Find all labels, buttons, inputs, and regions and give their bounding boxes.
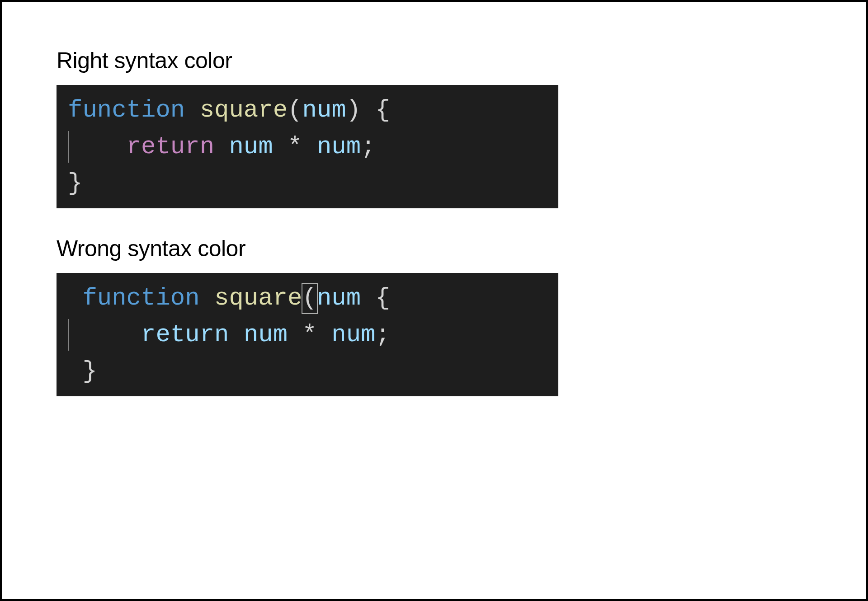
indent-guide-icon [68, 131, 69, 163]
code-line-3: } [68, 353, 547, 390]
wrong-code-block: function square(num { return num * num; … [57, 273, 558, 396]
parameter: num [302, 96, 346, 124]
keyword-function: function [68, 96, 185, 124]
right-section-title: Right syntax color [57, 47, 811, 74]
leading-space [68, 321, 82, 348]
right-brace: } [82, 357, 97, 385]
operator-multiply: * [302, 321, 317, 348]
wrong-syntax-section: Wrong syntax color function square(num {… [57, 235, 811, 396]
indent-guide-icon [68, 319, 69, 351]
wrong-section-title: Wrong syntax color [57, 235, 811, 262]
space [214, 133, 229, 160]
code-line-2: return num * num; [68, 128, 547, 165]
code-line-3: } [68, 165, 547, 202]
indent [82, 321, 141, 348]
variable: num [331, 321, 375, 348]
space [273, 133, 288, 160]
space [288, 321, 302, 348]
variable: num [229, 133, 273, 160]
keyword-return: return [127, 133, 214, 160]
code-line-2: return num * num; [68, 316, 547, 353]
variable: num [244, 321, 288, 348]
operator-multiply: * [288, 133, 302, 160]
space [317, 321, 331, 348]
left-brace: { [376, 96, 390, 124]
semicolon: ; [376, 321, 390, 348]
space [361, 96, 375, 124]
left-paren: ( [302, 284, 317, 312]
function-name: square [214, 284, 302, 312]
right-syntax-section: Right syntax color function square(num) … [57, 47, 811, 208]
variable: num [317, 133, 361, 160]
keyword-function: function [82, 284, 199, 312]
semicolon: ; [361, 133, 375, 160]
right-paren: ) [346, 96, 361, 124]
leading-space [68, 284, 82, 312]
indent [68, 133, 127, 160]
space [185, 96, 199, 124]
code-line-1: function square(num) { [68, 92, 547, 128]
space [302, 133, 317, 160]
space [361, 284, 375, 312]
parameter: num [317, 284, 361, 312]
cursor-highlight-icon: ( [302, 283, 318, 314]
space [229, 321, 243, 348]
keyword-return-wrong-color: return [141, 321, 229, 348]
leading-space [68, 357, 82, 385]
left-paren: ( [288, 96, 302, 124]
right-brace: } [68, 169, 82, 197]
left-brace: { [376, 284, 390, 312]
function-name: square [200, 96, 288, 124]
code-line-1: function square(num { [68, 280, 547, 316]
space [200, 284, 214, 312]
right-code-block: function square(num) { return num * num;… [57, 85, 558, 208]
